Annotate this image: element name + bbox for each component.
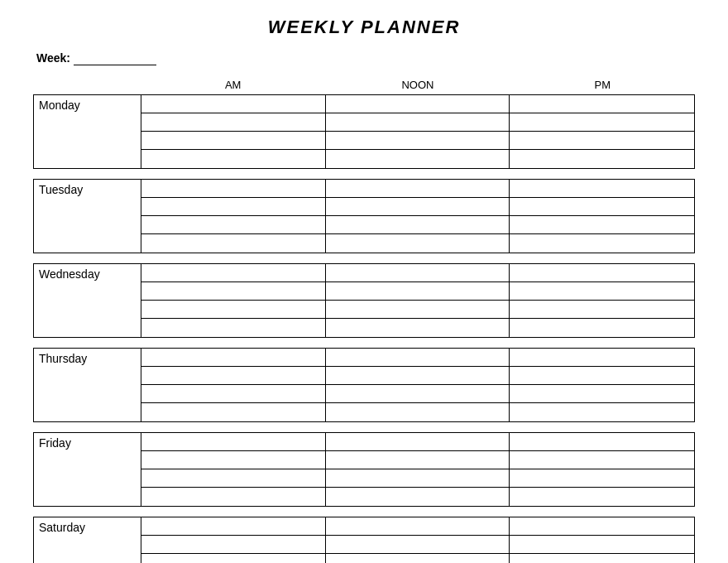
wednesday-noon-row2[interactable]	[326, 282, 510, 301]
wednesday-pm-row4[interactable]	[510, 319, 694, 337]
saturday-noon-row1[interactable]	[326, 517, 510, 536]
day-name-monday: Monday	[34, 95, 141, 168]
monday-am-row4[interactable]	[141, 150, 326, 168]
thursday-pm-row2[interactable]	[510, 367, 694, 385]
day-name-saturday: Saturday	[34, 517, 141, 563]
thursday-am-row2[interactable]	[141, 367, 326, 385]
tuesday-am-row3[interactable]	[141, 216, 326, 234]
header-noon: NOON	[325, 79, 510, 93]
tuesday-pm-row4[interactable]	[510, 234, 694, 253]
monday-pm-row3[interactable]	[510, 132, 694, 150]
wednesday-noon-row3[interactable]	[326, 301, 510, 319]
wednesday-noon-row1[interactable]	[326, 264, 510, 282]
tuesday-noon-row1[interactable]	[326, 180, 510, 198]
monday-pm-row2[interactable]	[510, 113, 694, 132]
monday-am-row3[interactable]	[141, 132, 326, 150]
wednesday-pm-row3[interactable]	[510, 301, 694, 319]
tuesday-am-row1[interactable]	[141, 180, 326, 198]
tuesday-noon-row4[interactable]	[326, 234, 510, 253]
column-headers: AM NOON PM	[33, 79, 695, 93]
wednesday-pm-row2[interactable]	[510, 282, 694, 301]
tuesday-noon-row3[interactable]	[326, 216, 510, 234]
thursday-noon-row1[interactable]	[326, 349, 510, 367]
saturday-noon-row3[interactable]	[326, 554, 510, 563]
friday-am-row1[interactable]	[141, 433, 326, 451]
friday-am-row4[interactable]	[141, 488, 326, 506]
day-block-thursday: Thursday	[33, 348, 695, 422]
monday-am-row2[interactable]	[141, 113, 326, 132]
friday-noon-row2[interactable]	[326, 451, 510, 469]
friday-pm-row4[interactable]	[510, 488, 694, 506]
tuesday-pm-row2[interactable]	[510, 198, 694, 216]
saturday-pm-row2[interactable]	[510, 536, 694, 554]
friday-pm-row3[interactable]	[510, 469, 694, 488]
friday-noon-row1[interactable]	[326, 433, 510, 451]
thursday-am-row4[interactable]	[141, 403, 326, 421]
tuesday-pm-row1[interactable]	[510, 180, 694, 198]
header-am: AM	[141, 79, 325, 93]
saturday-am-row2[interactable]	[141, 536, 326, 554]
day-name-friday: Friday	[34, 433, 141, 506]
day-block-wednesday: Wednesday	[33, 263, 695, 338]
wednesday-pm-row1[interactable]	[510, 264, 694, 282]
monday-am-row1[interactable]	[141, 95, 326, 113]
day-block-friday: Friday	[33, 432, 695, 507]
friday-pm-row2[interactable]	[510, 451, 694, 469]
thursday-pm-row1[interactable]	[510, 349, 694, 367]
friday-am-row3[interactable]	[141, 469, 326, 488]
thursday-pm-row3[interactable]	[510, 385, 694, 403]
week-line[interactable]	[74, 50, 156, 65]
friday-noon-row3[interactable]	[326, 469, 510, 488]
saturday-am-row3[interactable]	[141, 554, 326, 563]
page-title: WEEKLY PLANNER	[33, 17, 695, 38]
monday-noon-row2[interactable]	[326, 113, 510, 132]
thursday-am-row1[interactable]	[141, 349, 326, 367]
thursday-noon-row2[interactable]	[326, 367, 510, 385]
friday-noon-row4[interactable]	[326, 488, 510, 506]
monday-pm-row1[interactable]	[510, 95, 694, 113]
thursday-noon-row4[interactable]	[326, 403, 510, 421]
day-name-wednesday: Wednesday	[34, 264, 141, 337]
header-pm: PM	[510, 79, 695, 93]
friday-pm-row1[interactable]	[510, 433, 694, 451]
thursday-noon-row3[interactable]	[326, 385, 510, 403]
thursday-am-row3[interactable]	[141, 385, 326, 403]
wednesday-am-row1[interactable]	[141, 264, 326, 282]
wednesday-am-row3[interactable]	[141, 301, 326, 319]
monday-noon-row3[interactable]	[326, 132, 510, 150]
day-block-monday: Monday	[33, 94, 695, 169]
saturday-noon-row2[interactable]	[326, 536, 510, 554]
saturday-am-row1[interactable]	[141, 517, 326, 536]
day-block-saturday: Saturday	[33, 517, 695, 563]
tuesday-pm-row3[interactable]	[510, 216, 694, 234]
thursday-pm-row4[interactable]	[510, 403, 694, 421]
monday-noon-row1[interactable]	[326, 95, 510, 113]
monday-pm-row4[interactable]	[510, 150, 694, 168]
week-label: Week:	[36, 51, 70, 65]
saturday-pm-row3[interactable]	[510, 554, 694, 563]
tuesday-am-row4[interactable]	[141, 234, 326, 253]
day-name-tuesday: Tuesday	[34, 180, 141, 253]
wednesday-am-row2[interactable]	[141, 282, 326, 301]
tuesday-am-row2[interactable]	[141, 198, 326, 216]
friday-am-row2[interactable]	[141, 451, 326, 469]
monday-noon-row4[interactable]	[326, 150, 510, 168]
wednesday-am-row4[interactable]	[141, 319, 326, 337]
tuesday-noon-row2[interactable]	[326, 198, 510, 216]
day-name-thursday: Thursday	[34, 349, 141, 421]
day-block-tuesday: Tuesday	[33, 179, 695, 253]
wednesday-noon-row4[interactable]	[326, 319, 510, 337]
saturday-pm-row1[interactable]	[510, 517, 694, 536]
